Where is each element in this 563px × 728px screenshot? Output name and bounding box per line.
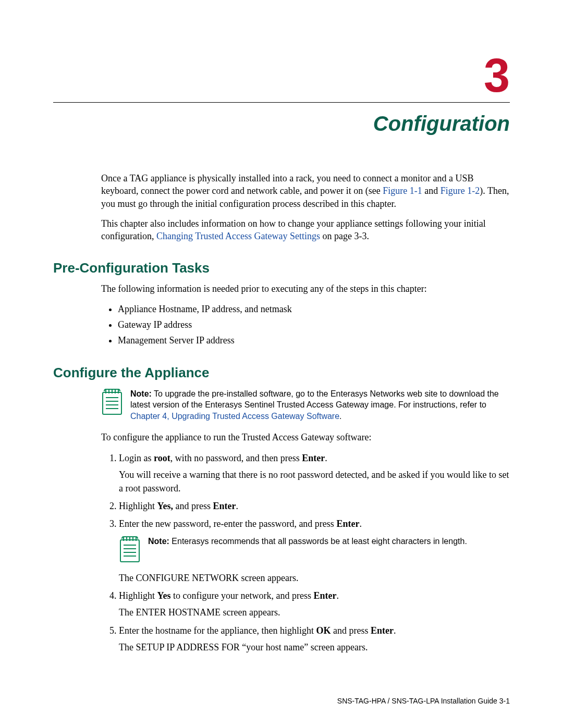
- text: , with no password, and then press: [170, 453, 302, 463]
- note-label: Note:: [148, 537, 169, 546]
- bold: Enter: [371, 625, 394, 636]
- text: and press: [173, 501, 213, 511]
- link-figure-1-1[interactable]: Figure 1-1: [383, 186, 422, 196]
- text: .: [339, 412, 341, 421]
- text: .: [236, 501, 239, 511]
- bold: Enter: [313, 590, 336, 601]
- text: Highlight: [119, 501, 157, 511]
- text: and: [422, 186, 440, 196]
- bold: Yes: [157, 590, 171, 601]
- step-followup: The CONFIGURE NETWORK screen appears.: [119, 571, 510, 585]
- intro-paragraph-2: This chapter also includes information o…: [101, 217, 510, 243]
- heading-configure: Configure the Appliance: [53, 365, 510, 381]
- text: .: [336, 590, 339, 601]
- notepad-icon: [119, 536, 141, 563]
- preconfig-block: The following information is needed prio…: [101, 282, 510, 347]
- list-item: Management Server IP address: [118, 334, 510, 347]
- intro-paragraph-1: Once a TAG appliance is physically insta…: [101, 172, 510, 210]
- text: Login as: [119, 453, 154, 463]
- heading-preconfig: Pre-Configuration Tasks: [53, 260, 510, 276]
- svg-rect-0: [103, 392, 121, 414]
- horizontal-rule: [53, 102, 510, 103]
- bold: Yes,: [157, 501, 174, 511]
- note-label: Note:: [130, 389, 152, 398]
- text: to configure your network, and press: [171, 590, 314, 601]
- step-4: Highlight Yes to configure your network,…: [119, 589, 510, 619]
- text: Highlight: [119, 590, 157, 601]
- notepad-icon: [101, 388, 123, 415]
- text: Enterasys recommends that all passwords …: [169, 537, 467, 546]
- bold: root: [154, 453, 170, 463]
- chapter-title: Configuration: [53, 112, 510, 135]
- text: and press: [331, 625, 370, 636]
- bold: Enter: [336, 519, 359, 529]
- chapter-number: 3: [53, 52, 510, 99]
- step-followup: The ENTER HOSTNAME screen appears.: [119, 606, 510, 619]
- link-chapter-4[interactable]: Chapter 4, Upgrading Trusted Access Gate…: [130, 412, 339, 421]
- bold: OK: [316, 625, 331, 636]
- intro-block: Once a TAG appliance is physically insta…: [101, 172, 510, 242]
- step-1: Login as root, with no password, and the…: [119, 451, 510, 495]
- text: .: [394, 625, 396, 636]
- step-3: Enter the new password, re-enter the pas…: [119, 517, 510, 585]
- svg-rect-10: [120, 540, 139, 562]
- note-password: Note: Enterasys recommends that all pass…: [119, 536, 510, 563]
- configure-lead: To configure the appliance to run the Tr…: [101, 431, 510, 443]
- bold: Enter: [213, 501, 236, 511]
- text: Enter the hostname for the appliance, th…: [119, 625, 316, 636]
- page: 3 Configuration Once a TAG appliance is …: [0, 0, 563, 728]
- page-footer: SNS-TAG-HPA / SNS-TAG-LPA Installation G…: [337, 697, 510, 705]
- step-2: Highlight Yes, and press Enter.: [119, 499, 510, 513]
- text: .: [325, 453, 327, 463]
- configure-steps: Login as root, with no password, and the…: [101, 451, 510, 654]
- preconfig-list: Appliance Hostname, IP address, and netm…: [101, 303, 510, 347]
- step-5: Enter the hostname for the appliance, th…: [119, 624, 510, 654]
- text: To upgrade the pre-installed software, g…: [130, 389, 499, 410]
- configure-block: Note: To upgrade the pre-installed softw…: [101, 388, 510, 654]
- list-item: Appliance Hostname, IP address, and netm…: [118, 303, 510, 315]
- note-text: Note: Enterasys recommends that all pass…: [148, 536, 467, 547]
- step-followup: You will receive a warning that there is…: [119, 468, 510, 495]
- text: Enter the new password, re-enter the pas…: [119, 519, 336, 529]
- text: .: [359, 519, 362, 529]
- link-changing-settings[interactable]: Changing Trusted Access Gateway Settings: [156, 231, 320, 241]
- text: on page 3-3.: [320, 231, 369, 241]
- preconfig-lead: The following information is needed prio…: [101, 282, 510, 295]
- link-figure-1-2[interactable]: Figure 1-2: [440, 186, 480, 196]
- bold: Enter: [302, 453, 325, 463]
- list-item: Gateway IP address: [118, 318, 510, 331]
- note-upgrade: Note: To upgrade the pre-installed softw…: [101, 388, 510, 422]
- note-text: Note: To upgrade the pre-installed softw…: [130, 388, 510, 422]
- step-followup: The SETUP IP ADDRESS FOR “your host name…: [119, 640, 510, 654]
